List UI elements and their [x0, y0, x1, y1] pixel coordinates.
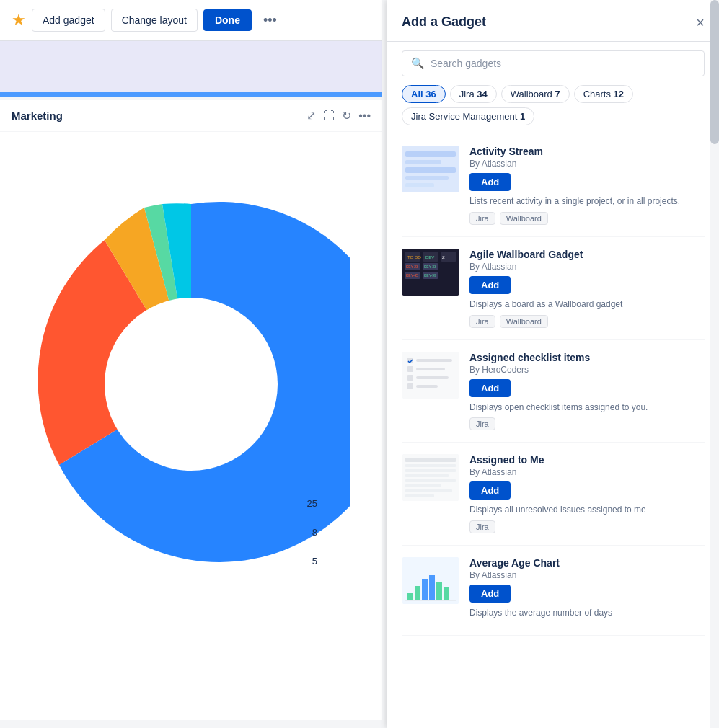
svg-rect-29: [416, 368, 445, 370]
svg-rect-6: [405, 160, 441, 164]
gadget-author-agile-wallboard: By Atlassian: [469, 262, 705, 272]
svg-rect-35: [405, 458, 456, 462]
svg-rect-30: [407, 375, 413, 381]
tag-list-agile-wallboard: Jira Wallboard: [469, 315, 705, 328]
svg-rect-46: [422, 579, 428, 600]
gadget-author-assigned-to-me: By Atlassian: [469, 467, 705, 477]
svg-rect-32: [407, 383, 413, 389]
toolbar: ★ Add gadget Change layout Done •••: [0, 0, 382, 41]
refresh-icon[interactable]: ↻: [342, 109, 351, 123]
gadget-name-assigned-checklist: Assigned checklist items: [469, 352, 705, 363]
chart-card-header: Marketing ⤢ ⛶ ↻ •••: [0, 100, 382, 132]
svg-point-0: [105, 298, 278, 471]
tag-wallboard: Wallboard: [500, 315, 548, 328]
svg-rect-39: [405, 479, 456, 482]
filter-tab-jira[interactable]: Jira 34: [450, 85, 497, 103]
left-panel: ★ Add gadget Change layout Done ••• Mark…: [0, 0, 382, 728]
scrollbar-thumb[interactable]: [710, 0, 719, 144]
svg-text:Z: Z: [442, 255, 445, 259]
gadget-desc-average-age-chart: Displays the average number of days: [469, 607, 705, 619]
gadget-info-assigned-checklist: Assigned checklist items By HeroCoders A…: [469, 352, 705, 431]
change-layout-button[interactable]: Change layout: [111, 9, 198, 32]
add-button-assigned-to-me[interactable]: Add: [469, 481, 511, 500]
svg-rect-45: [415, 586, 420, 600]
gadget-author-assigned-checklist: By HeroCoders: [469, 365, 705, 375]
svg-rect-37: [405, 469, 456, 472]
gadget-desc-activity-stream: Lists recent activity in a single projec…: [469, 195, 705, 208]
svg-rect-48: [436, 582, 442, 600]
tag-list-assigned-checklist: Jira: [469, 417, 705, 430]
gadget-item-average-age-chart: Average Age Chart By Atlassian Add Displ…: [402, 546, 705, 636]
scrollbar[interactable]: [710, 0, 719, 728]
gadget-author-activity-stream: By Atlassian: [469, 159, 705, 169]
minimize-icon[interactable]: ⤢: [306, 109, 316, 123]
add-button-agile-wallboard[interactable]: Add: [469, 276, 511, 294]
close-button[interactable]: ×: [696, 15, 705, 30]
add-gadget-button[interactable]: Add gadget: [32, 9, 105, 32]
purple-header-area: [0, 41, 382, 92]
gadget-thumbnail-average-age-chart: [402, 557, 459, 604]
done-button[interactable]: Done: [203, 9, 252, 31]
svg-rect-47: [429, 575, 435, 600]
star-icon[interactable]: ★: [12, 11, 26, 30]
svg-rect-38: [405, 474, 449, 477]
gadget-item-agile-wallboard: TO DO KEY-23 KEY-45 DEV KEY-33 KEY-99 Z …: [402, 237, 705, 340]
gadget-thumbnail-agile-wallboard: TO DO KEY-23 KEY-45 DEV KEY-33 KEY-99 Z: [402, 249, 459, 296]
add-button-average-age-chart[interactable]: Add: [469, 585, 511, 603]
gadget-author-average-age-chart: By Atlassian: [469, 570, 705, 580]
donut-chart-container: 25 8 5: [0, 132, 382, 636]
svg-rect-33: [416, 385, 438, 388]
search-icon: 🔍: [411, 57, 425, 70]
svg-rect-28: [407, 366, 413, 372]
filter-tab-all[interactable]: All 36: [402, 85, 446, 103]
add-button-activity-stream[interactable]: Add: [469, 173, 511, 191]
svg-text:8: 8: [312, 527, 317, 538]
svg-rect-41: [405, 489, 452, 492]
svg-rect-8: [405, 176, 449, 180]
gadget-thumbnail-assigned-to-me: [402, 454, 459, 501]
donut-chart: 25 8 5: [32, 168, 350, 600]
expand-icon[interactable]: ⛶: [323, 110, 335, 123]
search-box: 🔍: [402, 50, 705, 76]
gadget-thumbnail-assigned-checklist: [402, 352, 459, 399]
svg-text:5: 5: [312, 556, 317, 567]
tag-wallboard: Wallboard: [500, 212, 548, 225]
search-input[interactable]: [431, 58, 695, 69]
filter-tab-charts[interactable]: Charts 12: [574, 85, 633, 103]
gadget-desc-agile-wallboard: Displays a board as a Wallboard gadget: [469, 298, 705, 311]
filter-tabs: All 36 Jira 34 Wallboard 7 Charts 12 Jir…: [387, 85, 719, 134]
add-gadget-modal: Add a Gadget × 🔍 All 36 Jira 34 Wallboar…: [387, 0, 719, 728]
svg-rect-5: [405, 151, 456, 157]
gadget-list: Activity Stream By Atlassian Add Lists r…: [387, 134, 719, 728]
gadget-name-agile-wallboard: Agile Wallboard Gadget: [469, 249, 705, 260]
gadget-desc-assigned-checklist: Displays open checklist items assigned t…: [469, 401, 705, 414]
svg-rect-7: [405, 167, 456, 173]
tag-list-assigned-to-me: Jira: [469, 520, 705, 533]
modal-title: Add a Gadget: [402, 14, 486, 30]
svg-rect-9: [405, 183, 434, 187]
blue-bar: [0, 92, 382, 97]
more-options-button[interactable]: •••: [257, 10, 283, 31]
svg-rect-40: [405, 484, 441, 487]
filter-tab-wallboard[interactable]: Wallboard 7: [501, 85, 570, 103]
svg-text:KEY-33: KEY-33: [424, 265, 436, 269]
chart-more-icon[interactable]: •••: [358, 110, 371, 123]
search-container: 🔍: [387, 42, 719, 85]
svg-rect-27: [416, 359, 452, 362]
gadget-info-agile-wallboard: Agile Wallboard Gadget By Atlassian Add …: [469, 249, 705, 328]
chart-card: Marketing ⤢ ⛶ ↻ •••: [0, 100, 382, 720]
svg-rect-31: [416, 376, 449, 379]
tag-jira: Jira: [469, 520, 495, 533]
gadget-thumbnail-activity-stream: [402, 146, 459, 192]
svg-text:25: 25: [307, 498, 317, 509]
filter-tab-jsm[interactable]: Jira Service Management 1: [402, 107, 534, 125]
gadget-name-assigned-to-me: Assigned to Me: [469, 454, 705, 466]
svg-text:KEY-23: KEY-23: [406, 265, 418, 269]
gadget-info-average-age-chart: Average Age Chart By Atlassian Add Displ…: [469, 557, 705, 623]
gadget-item-assigned-to-me: Assigned to Me By Atlassian Add Displays…: [402, 443, 705, 546]
gadget-info-activity-stream: Activity Stream By Atlassian Add Lists r…: [469, 146, 705, 225]
gadget-info-assigned-to-me: Assigned to Me By Atlassian Add Displays…: [469, 454, 705, 533]
gadget-name-activity-stream: Activity Stream: [469, 146, 705, 157]
gadget-item-activity-stream: Activity Stream By Atlassian Add Lists r…: [402, 134, 705, 237]
add-button-assigned-checklist[interactable]: Add: [469, 379, 511, 397]
